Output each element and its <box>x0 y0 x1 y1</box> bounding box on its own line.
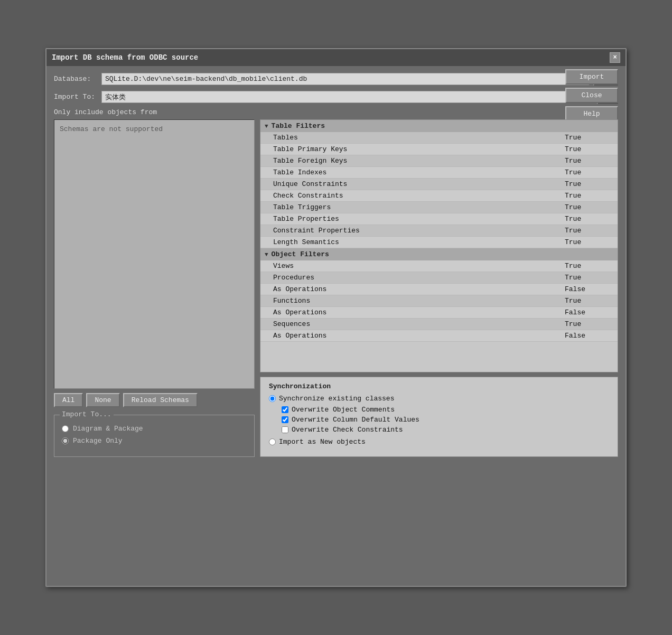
import-new-objects-radio-row[interactable]: Import as New objects <box>269 438 609 446</box>
filter-value-views: True <box>565 262 618 270</box>
table-row: Tables True <box>260 132 618 144</box>
main-dialog: Import DB schema from ODBC source × Impo… <box>45 48 627 587</box>
table-row: Table Indexes True <box>260 167 618 179</box>
filter-value-constraint-properties: True <box>565 227 618 235</box>
filter-name-table-indexes: Table Indexes <box>271 169 565 176</box>
table-row: Unique Constraints True <box>260 179 618 190</box>
table-row: As Operations False <box>260 284 618 295</box>
import-new-radio[interactable] <box>269 438 276 445</box>
filter-value-table-properties: True <box>565 215 618 223</box>
filter-value-check-constraints: True <box>565 192 618 200</box>
overwrite-comments-checkbox[interactable] <box>282 406 288 413</box>
package-only-radio[interactable] <box>62 437 69 444</box>
synchronization-section: Synchronization Synchronize existing cla… <box>260 377 618 457</box>
table-filters-label: Table Filters <box>272 122 325 130</box>
import-to-legend: Import To... <box>60 410 114 418</box>
overwrite-comments-label: Overwrite Object Comments <box>292 406 395 414</box>
table-row: As Operations False <box>260 330 618 342</box>
filter-name-constraint-properties: Constraint Properties <box>271 227 565 235</box>
import-to-label: Import To: <box>54 93 101 101</box>
dialog-title: Import DB schema from ODBC source <box>52 53 198 62</box>
filter-name-table-triggers: Table Triggers <box>271 203 565 211</box>
filter-value-table-primary-keys: True <box>565 145 618 153</box>
package-only-option[interactable]: Package Only <box>62 437 247 445</box>
database-label: Database: <box>54 75 101 83</box>
table-row: As Operations False <box>260 307 618 319</box>
import-to-input[interactable] <box>101 91 593 103</box>
filter-value-as-operations-1: False <box>565 285 618 293</box>
overwrite-comments-row[interactable]: Overwrite Object Comments <box>282 406 609 414</box>
filter-name-check-constraints: Check Constraints <box>271 192 565 200</box>
overwrite-column-defaults-label: Overwrite Column Default Values <box>292 416 419 424</box>
table-filters-triangle: ▼ <box>265 123 268 129</box>
overwrite-column-defaults-checkbox[interactable] <box>282 416 288 423</box>
table-row: Table Primary Keys True <box>260 144 618 155</box>
filter-value-table-foreign-keys: True <box>565 157 618 165</box>
filter-name-table-properties: Table Properties <box>271 215 565 223</box>
reload-schemas-button[interactable]: Reload Schemas <box>123 393 198 407</box>
database-row: Database: ... <box>54 72 618 86</box>
filter-name-table-primary-keys: Table Primary Keys <box>271 145 565 153</box>
filter-name-tables: Tables <box>271 134 565 142</box>
import-to-box: Import To... Diagram & Package Package O… <box>54 415 255 457</box>
diagram-package-label: Diagram & Package <box>73 425 143 433</box>
filter-name-procedures: Procedures <box>271 274 565 282</box>
overwrite-check-constraints-label: Overwrite Check Constraints <box>292 426 403 434</box>
filter-value-as-operations-3: False <box>565 332 618 340</box>
filter-value-sequences: True <box>565 320 618 328</box>
filter-value-functions: True <box>565 297 618 305</box>
sync-existing-label: Synchronize existing classes <box>279 395 394 403</box>
table-row: Table Foreign Keys True <box>260 155 618 167</box>
all-button[interactable]: All <box>54 393 83 407</box>
filter-table[interactable]: ▼ Table Filters Tables True Table Primar… <box>260 119 618 372</box>
table-row: Sequences True <box>260 319 618 330</box>
filter-value-tables: True <box>565 134 618 142</box>
table-row: Views True <box>260 260 618 272</box>
diagram-package-radio[interactable] <box>62 425 69 432</box>
none-button[interactable]: None <box>86 393 119 407</box>
overwrite-column-defaults-row[interactable]: Overwrite Column Default Values <box>282 416 609 424</box>
database-input[interactable] <box>101 73 589 85</box>
main-content: Schemas are not supported All None Reloa… <box>54 119 618 457</box>
filter-value-procedures: True <box>565 274 618 282</box>
filter-name-as-operations-3: As Operations <box>271 332 565 340</box>
schema-not-supported-text: Schemas are not supported <box>60 125 163 133</box>
filter-name-unique-constraints: Unique Constraints <box>271 180 565 188</box>
filter-value-as-operations-2: False <box>565 309 618 316</box>
overwrite-check-constraints-checkbox[interactable] <box>282 426 288 433</box>
section-label: Only include objects from <box>54 108 618 116</box>
left-panel: Schemas are not supported All None Reloa… <box>54 119 255 457</box>
import-button[interactable]: Import <box>565 69 618 85</box>
bottom-buttons: All None Reload Schemas <box>54 393 255 407</box>
close-icon[interactable]: × <box>610 52 620 63</box>
table-row: Table Properties True <box>260 213 618 225</box>
diagram-package-option[interactable]: Diagram & Package <box>62 425 247 433</box>
object-filters-label: Object Filters <box>272 250 329 258</box>
filter-name-views: Views <box>271 262 565 270</box>
side-buttons: Import Close Help <box>565 69 618 122</box>
table-row: Check Constraints True <box>260 190 618 202</box>
filter-value-unique-constraints: True <box>565 180 618 188</box>
import-new-label: Import as New objects <box>279 438 366 446</box>
object-filters-triangle: ▼ <box>265 251 268 258</box>
close-button[interactable]: Close <box>565 88 618 103</box>
filter-value-table-indexes: True <box>565 169 618 176</box>
title-bar: Import DB schema from ODBC source × <box>46 49 626 66</box>
package-only-label: Package Only <box>73 437 123 445</box>
schema-box: Schemas are not supported <box>54 119 255 389</box>
overwrite-check-constraints-row[interactable]: Overwrite Check Constraints <box>282 426 609 434</box>
filter-name-table-foreign-keys: Table Foreign Keys <box>271 157 565 165</box>
table-row: Functions True <box>260 295 618 307</box>
table-row: Constraint Properties True <box>260 225 618 237</box>
filter-value-table-triggers: True <box>565 203 618 211</box>
filter-name-length-semantics: Length Semantics <box>271 238 565 246</box>
object-filters-header: ▼ Object Filters <box>260 248 618 260</box>
table-row: Procedures True <box>260 272 618 284</box>
sync-existing-radio[interactable] <box>269 395 276 402</box>
filter-value-length-semantics: True <box>565 238 618 246</box>
dialog-body: Database: ... Import To: 📁 Only include … <box>46 66 626 463</box>
table-row: Table Triggers True <box>260 202 618 213</box>
import-to-row: Import To: 📁 <box>54 90 618 104</box>
sync-existing-radio-row[interactable]: Synchronize existing classes <box>269 395 609 403</box>
table-filters-header: ▼ Table Filters <box>260 120 618 132</box>
